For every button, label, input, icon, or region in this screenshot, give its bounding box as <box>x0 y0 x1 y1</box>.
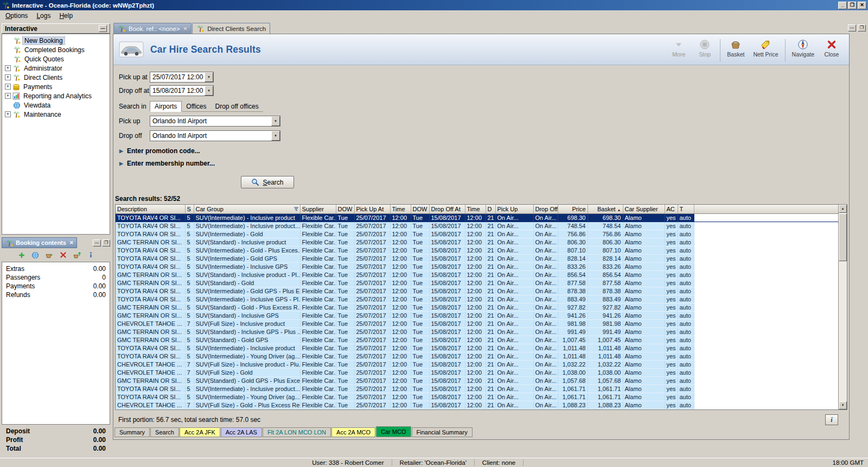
chevron-down-icon[interactable]: ▼ <box>205 86 213 96</box>
result-row[interactable]: TOYOTA RAV4 OR SI...5SUV(Intermediate) -… <box>116 254 838 262</box>
menu-item-options[interactable]: Options <box>1 11 32 20</box>
search-button[interactable]: Search <box>241 176 294 188</box>
result-row[interactable]: GMC TERRAIN OR SI...5SUV(Standard) - Gol… <box>116 376 838 384</box>
close-panel-icon[interactable]: ✕ <box>69 240 74 245</box>
bottom-tab-acc-2a-jfk[interactable]: Acc 2A JFK <box>180 427 220 437</box>
result-row[interactable]: CHEVROLET TAHOE ...7SUV(Full Size) - Inc… <box>116 319 838 327</box>
minimize-button[interactable]: _ <box>838 2 847 9</box>
tab-book-ref-none[interactable]: Book. ref.: <none>✕ <box>113 23 192 34</box>
membership-number-section[interactable]: ▶ Enter membership number... <box>119 160 849 167</box>
booking-toolbar-delete-icon[interactable] <box>60 251 67 258</box>
bottom-tab-car-mco[interactable]: Car MCO <box>376 426 411 437</box>
booking-toolbar-basket-add-icon[interactable] <box>45 251 54 260</box>
chevron-down-icon[interactable]: ▼ <box>205 72 213 82</box>
promo-code-section[interactable]: ▶ Enter promotion code... <box>119 147 849 155</box>
result-row[interactable]: TOYOTA RAV4 OR SI...5SUV(Intermediate) -… <box>116 222 838 230</box>
result-row[interactable]: TOYOTA RAV4 OR SI...5SUV(Intermediate) -… <box>116 295 838 303</box>
menu-item-help[interactable]: Help <box>55 11 77 20</box>
menu-item-logs[interactable]: Logs <box>32 11 55 20</box>
close-button[interactable]: Close <box>821 37 843 58</box>
result-row[interactable]: GMC TERRAIN OR SI...5SUV(Standard) - Gol… <box>116 336 838 344</box>
column-header-pick-up[interactable]: Pick Up <box>495 205 533 213</box>
tab-direct-clients-search[interactable]: Direct Clients Search <box>192 23 270 34</box>
close-button[interactable]: ✕ <box>858 2 866 9</box>
scroll-up-icon[interactable]: ▲ <box>839 205 847 213</box>
nett-price-button[interactable]: Nett Price <box>751 37 780 58</box>
column-header-d[interactable]: D <box>486 205 495 213</box>
column-header-drop-off[interactable]: Drop Off <box>533 205 558 213</box>
chevron-down-icon[interactable]: ▼ <box>271 131 280 141</box>
basket-button[interactable]: Basket <box>725 37 746 58</box>
column-header-description[interactable]: Description <box>116 205 185 213</box>
chevron-down-icon[interactable]: ▼ <box>271 116 280 126</box>
scrollbar-track[interactable] <box>839 213 847 401</box>
booking-toolbar-info-icon[interactable] <box>87 251 94 258</box>
column-header-price[interactable]: Price <box>558 205 588 213</box>
sidebar-item-viewdata[interactable]: Viewdata <box>2 100 110 110</box>
dropoff-location-select[interactable]: Orlando Intl Airport ▼ <box>150 130 280 141</box>
pickup-location-select[interactable]: Orlando Intl Airport ▼ <box>150 116 280 127</box>
column-header-pick-up-at[interactable]: Pick Up At <box>354 205 390 213</box>
result-row[interactable]: GMC TERRAIN OR SI...5SUV(Standard) - Inc… <box>116 238 838 246</box>
sidebar-item-payments[interactable]: +Payments <box>2 82 110 91</box>
column-header-time[interactable]: Time <box>390 205 411 213</box>
sidebar-item-administrator[interactable]: +Administrator <box>2 64 110 73</box>
search-in-option-offices[interactable]: Offices <box>182 102 210 111</box>
result-row[interactable]: TOYOTA RAV4 OR SI...5SUV(Intermediate) -… <box>116 287 838 295</box>
sidebar-item-quick-quotes[interactable]: Quick Quotes <box>2 54 110 64</box>
expand-icon[interactable]: + <box>5 74 11 80</box>
result-row[interactable]: GMC TERRAIN OR SI...5SUV(Standard) - Inc… <box>116 311 838 319</box>
collapse-panel-icon[interactable]: — <box>99 25 107 32</box>
sidebar-item-reporting-and-analytics[interactable]: +Reporting and Analytics <box>2 91 110 100</box>
bottom-tab-summary[interactable]: Summary <box>114 427 150 437</box>
column-header-s[interactable]: S <box>185 205 194 213</box>
expand-icon[interactable]: + <box>5 93 11 99</box>
bottom-tab-acc-2a-las[interactable]: Acc 2A LAS <box>221 427 262 437</box>
result-row[interactable]: TOYOTA RAV4 OR SI...5SUV(Intermediate) -… <box>116 213 838 222</box>
info-button[interactable]: i <box>825 414 838 425</box>
expand-icon[interactable]: + <box>5 111 11 117</box>
sidebar-item-new-booking[interactable]: New Booking <box>2 36 110 45</box>
column-header-basket[interactable]: Basket▲ <box>588 205 623 213</box>
mdi-restore-icon[interactable]: ❐ <box>858 24 866 31</box>
column-header-dow[interactable]: DOW <box>411 205 429 213</box>
sidebar-item-maintenance[interactable]: +Maintenance <box>2 110 110 119</box>
result-row[interactable]: GMC TERRAIN OR SI...5SUV(Standard) - Gol… <box>116 303 838 311</box>
booking-toolbar-globe-icon[interactable] <box>31 251 39 259</box>
bottom-tab-acc-2a-mco[interactable]: Acc 2A MCO <box>331 427 375 437</box>
column-header-t[interactable]: T <box>678 205 694 213</box>
result-row[interactable]: CHEVROLET TAHOE ...7SUV(Full Size) - Inc… <box>116 360 838 368</box>
minimize-panel-icon[interactable]: — <box>93 239 101 247</box>
column-header-dow[interactable]: DOW <box>336 205 354 213</box>
vertical-scrollbar[interactable]: ▲ ▼ <box>838 205 847 409</box>
search-in-option-drop-off-offices[interactable]: Drop off offices <box>210 102 263 111</box>
scroll-down-icon[interactable]: ▼ <box>839 401 847 409</box>
bottom-tab-flt-2a-lon-mco-lon[interactable]: Flt 2A LON MCO LON <box>263 427 331 437</box>
sidebar-item-direct-clients[interactable]: +Direct Clients <box>2 73 110 82</box>
result-row[interactable]: TOYOTA RAV4 OR SI...5SUV(Intermediate) -… <box>116 262 838 270</box>
result-row[interactable]: GMC TERRAIN OR SI...5SUV(Standard) - Inc… <box>116 270 838 279</box>
result-row[interactable]: TOYOTA RAV4 OR SI...5SUV(Intermediate) -… <box>116 230 838 238</box>
expand-icon[interactable]: + <box>5 65 11 71</box>
result-row[interactable]: GMC TERRAIN OR SI...5SUV(Standard) - Inc… <box>116 327 838 336</box>
result-row[interactable]: TOYOTA RAV4 OR SI...5SUV(Intermediate) -… <box>116 344 838 352</box>
result-row[interactable]: TOYOTA RAV4 OR SI...5SUV(Intermediate) -… <box>116 352 838 360</box>
bottom-tab-search[interactable]: Search <box>150 427 179 437</box>
scrollbar-thumb[interactable] <box>839 213 847 261</box>
bottom-tab-financial-summary[interactable]: Financial Summary <box>412 427 473 437</box>
maximize-panel-icon[interactable]: ❐ <box>102 239 110 247</box>
result-row[interactable]: CHEVROLET TAHOE ...7SUV(Full Size) - Gol… <box>116 401 838 409</box>
dropoff-at-select[interactable]: 15/08/2017 12:00 ▼ <box>150 85 214 96</box>
column-header-time[interactable]: Time <box>465 205 486 213</box>
maximize-button[interactable]: ❐ <box>848 2 857 9</box>
result-row[interactable]: TOYOTA RAV4 OR SI...5SUV(Intermediate) -… <box>116 393 838 401</box>
pickup-at-select[interactable]: 25/07/2017 12:00 ▼ <box>150 72 214 83</box>
result-row[interactable]: TOYOTA RAV4 OR SI...5SUV(Intermediate) -… <box>116 246 838 254</box>
result-row[interactable]: CHEVROLET TAHOE ...7SUV(Full Size) - Gol… <box>116 368 838 376</box>
column-header-ac[interactable]: AC <box>665 205 678 213</box>
expand-icon[interactable]: + <box>5 84 11 90</box>
sidebar-item-completed-bookings[interactable]: Completed Bookings <box>2 45 110 54</box>
search-in-option-airports[interactable]: Airports <box>150 101 182 112</box>
column-header-car-group[interactable]: Car Group <box>194 205 300 213</box>
column-header-car-supplier[interactable]: Car Supplier <box>623 205 665 213</box>
